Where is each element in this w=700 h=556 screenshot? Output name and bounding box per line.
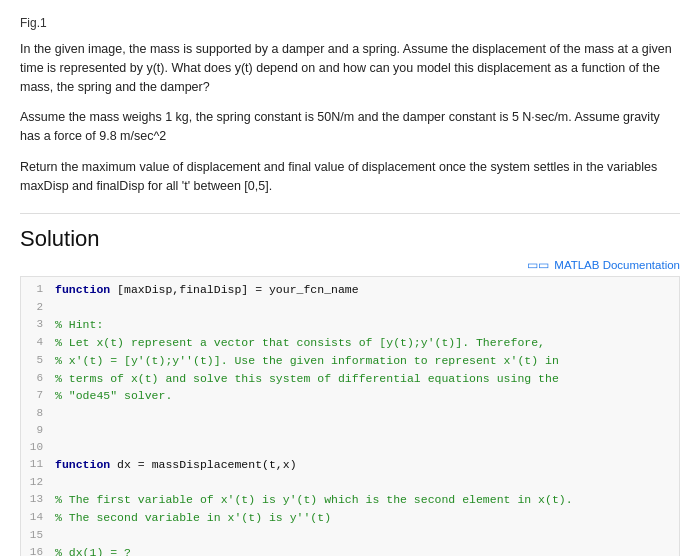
line-number: 11	[21, 456, 51, 474]
line-number: 13	[21, 491, 51, 509]
code-line: 7% "ode45" solver.	[21, 387, 679, 405]
code-block: 1function [maxDisp,finalDisp] = your_fcn…	[20, 276, 680, 556]
fig-label: Fig.1	[20, 16, 680, 30]
line-number: 2	[21, 299, 51, 316]
line-content: function [maxDisp,finalDisp] = your_fcn_…	[51, 281, 359, 299]
code-line: 1function [maxDisp,finalDisp] = your_fcn…	[21, 281, 679, 299]
line-content: % terms of x(t) and solve this system of…	[51, 370, 559, 388]
line-content	[51, 527, 55, 544]
line-content	[51, 422, 55, 439]
line-number: 7	[21, 387, 51, 405]
line-content	[51, 439, 55, 456]
line-content: % x'(t) = [y'(t);y''(t)]. Use the given …	[51, 352, 559, 370]
code-line: 5% x'(t) = [y'(t);y''(t)]. Use the given…	[21, 352, 679, 370]
code-line: 14% The second variable in x'(t) is y''(…	[21, 509, 679, 527]
line-number: 16	[21, 544, 51, 556]
code-line: 16% dx(1) = ?	[21, 544, 679, 556]
line-number: 1	[21, 281, 51, 299]
code-line: 4% Let x(t) represent a vector that cons…	[21, 334, 679, 352]
code-line: 3% Hint:	[21, 316, 679, 334]
problem-paragraph1: In the given image, the mass is supporte…	[20, 40, 680, 96]
line-content	[51, 299, 55, 316]
line-content: % The first variable of x'(t) is y'(t) w…	[51, 491, 573, 509]
code-line: 13% The first variable of x'(t) is y'(t)…	[21, 491, 679, 509]
matlab-doc-link[interactable]: ▭▭ MATLAB Documentation	[20, 258, 680, 272]
line-number: 6	[21, 370, 51, 388]
line-number: 9	[21, 422, 51, 439]
line-number: 8	[21, 405, 51, 422]
section-title: Solution	[20, 213, 680, 252]
line-content: % "ode45" solver.	[51, 387, 172, 405]
code-line: 10	[21, 439, 679, 456]
code-line: 8	[21, 405, 679, 422]
matlab-doc-text[interactable]: MATLAB Documentation	[554, 259, 680, 271]
line-number: 15	[21, 527, 51, 544]
line-number: 14	[21, 509, 51, 527]
line-number: 10	[21, 439, 51, 456]
code-line: 6% terms of x(t) and solve this system o…	[21, 370, 679, 388]
code-line: 12	[21, 474, 679, 491]
line-content: % Hint:	[51, 316, 103, 334]
line-content: function dx = massDisplacement(t,x)	[51, 456, 297, 474]
line-number: 3	[21, 316, 51, 334]
line-number: 12	[21, 474, 51, 491]
code-line: 15	[21, 527, 679, 544]
line-content: % dx(1) = ?	[51, 544, 131, 556]
line-number: 4	[21, 334, 51, 352]
code-line: 11function dx = massDisplacement(t,x)	[21, 456, 679, 474]
line-content	[51, 474, 55, 491]
line-content	[51, 405, 55, 422]
line-content: % The second variable in x'(t) is y''(t)	[51, 509, 331, 527]
problem-paragraph3: Return the maximum value of displacement…	[20, 158, 680, 196]
problem-paragraph2: Assume the mass weighs 1 kg, the spring …	[20, 108, 680, 146]
matlab-doc-icon: ▭▭	[527, 258, 549, 272]
line-content: % Let x(t) represent a vector that consi…	[51, 334, 545, 352]
code-line: 2	[21, 299, 679, 316]
code-line: 9	[21, 422, 679, 439]
line-number: 5	[21, 352, 51, 370]
